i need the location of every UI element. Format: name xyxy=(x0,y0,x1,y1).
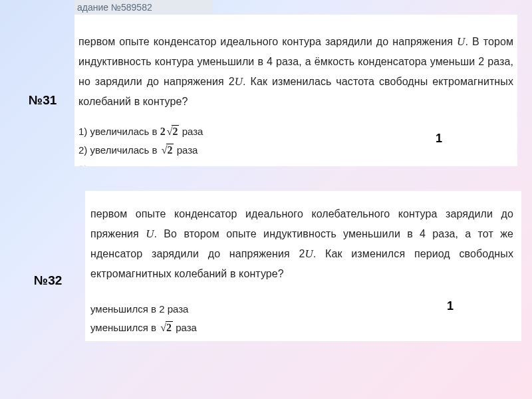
problem-31-options: 1) увеличилась в 22 раза 2) увеличилась … xyxy=(78,122,513,166)
list-item: 1) увеличилась в 22 раза xyxy=(78,122,513,141)
problem-31-score: 1 xyxy=(436,132,442,146)
problem-32-question: первом опыте конденсатор идеального коле… xyxy=(90,204,513,284)
problem-number-31: №31 xyxy=(29,93,57,108)
problem-number-32: №32 xyxy=(34,273,62,288)
task-id-header: адание №589582 xyxy=(74,0,213,15)
list-item: 2) увеличилась в 2 раза xyxy=(78,141,513,160)
list-item: увеличился в 2 раза xyxy=(90,337,513,341)
problem-31-question: первом опыте конденсатор идеального конт… xyxy=(78,32,513,112)
problem-32-score: 1 xyxy=(447,299,454,313)
problem-card-31: первом опыте конденсатор идеального конт… xyxy=(74,15,517,166)
list-item: 3) уменьши xyxy=(78,160,513,166)
list-item: уменьшился в 2 раза xyxy=(90,319,513,337)
problem-card-32: первом опыте конденсатор идеального коле… xyxy=(85,191,521,341)
